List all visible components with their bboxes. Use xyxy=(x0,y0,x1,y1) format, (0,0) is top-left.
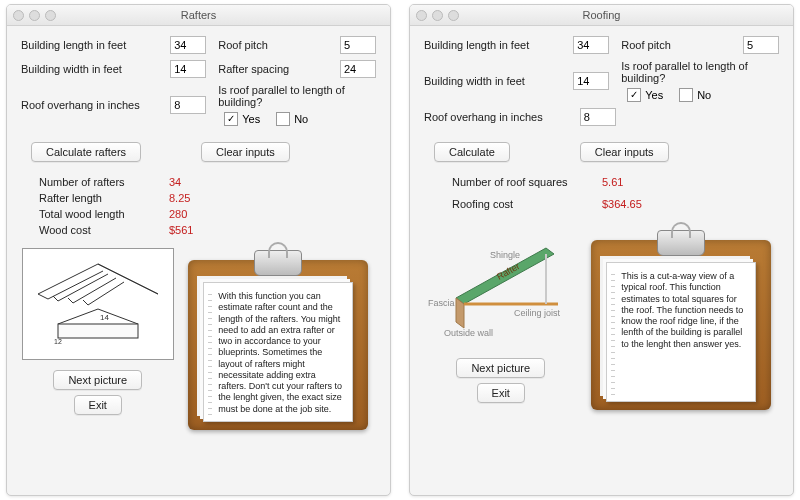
yes-label: Yes xyxy=(645,89,663,101)
clipboard: With this function you can estimate raft… xyxy=(188,260,368,430)
rafter-diagram: 14 12 xyxy=(22,248,174,360)
clipboard: This is a cut-a-way view of a typical ro… xyxy=(591,240,771,410)
traffic-lights xyxy=(13,10,56,21)
pitch-input[interactable] xyxy=(340,36,376,54)
no-checkbox[interactable]: No xyxy=(679,88,711,102)
roofing-window: Roofing Building length in feet Roof pit… xyxy=(409,4,794,496)
result-value: 34 xyxy=(169,176,181,188)
clear-button[interactable]: Clear inputs xyxy=(201,142,290,162)
checkbox-icon xyxy=(679,88,693,102)
svg-marker-12 xyxy=(456,298,464,328)
parallel-question: Is roof parallel to length of building? xyxy=(621,60,779,84)
titlebar[interactable]: Roofing xyxy=(410,5,793,26)
window-title: Rafters xyxy=(7,9,390,21)
building-length-label: Building length in feet xyxy=(424,39,573,51)
no-label: No xyxy=(697,89,711,101)
content-area: Building length in feet Roof pitch Build… xyxy=(410,26,793,495)
roofing-diagram: Shingle Rafter Ceiling joist Fascia Outs… xyxy=(426,228,576,348)
overhang-input[interactable] xyxy=(170,96,206,114)
svg-text:Shingle: Shingle xyxy=(490,250,520,260)
clear-button[interactable]: Clear inputs xyxy=(580,142,669,162)
building-width-input[interactable] xyxy=(573,72,609,90)
clipboard-text: This is a cut-a-way view of a typical ro… xyxy=(606,262,756,402)
result-label: Total wood length xyxy=(39,208,169,220)
titlebar[interactable]: Rafters xyxy=(7,5,390,26)
dim-label: 14 xyxy=(100,313,109,322)
content-area: Building length in feet Roof pitch Build… xyxy=(7,26,390,495)
svg-line-4 xyxy=(68,298,73,303)
traffic-lights xyxy=(416,10,459,21)
result-label: Number of roof squares xyxy=(452,176,602,188)
building-width-input[interactable] xyxy=(170,60,206,78)
result-label: Number of rafters xyxy=(39,176,169,188)
svg-text:Outside wall: Outside wall xyxy=(444,328,493,338)
result-value: 5.61 xyxy=(602,176,623,188)
checkbox-icon: ✓ xyxy=(224,112,238,126)
exit-button[interactable]: Exit xyxy=(74,395,122,415)
results-block: Number of rafters34 Rafter length8.25 To… xyxy=(39,176,376,240)
dim-label: 12 xyxy=(54,338,62,345)
svg-rect-9 xyxy=(58,324,138,338)
minimize-icon[interactable] xyxy=(432,10,443,21)
pitch-label: Roof pitch xyxy=(621,39,743,51)
calculate-button[interactable]: Calculate rafters xyxy=(31,142,141,162)
result-label: Roofing cost xyxy=(452,198,602,210)
spacing-input[interactable] xyxy=(340,60,376,78)
svg-text:Fascia: Fascia xyxy=(428,298,455,308)
parallel-question: Is roof parallel to length of building? xyxy=(218,84,376,108)
checkbox-icon: ✓ xyxy=(627,88,641,102)
yes-checkbox[interactable]: ✓ Yes xyxy=(627,88,663,102)
results-block: Number of roof squares5.61 Roofing cost$… xyxy=(452,176,779,214)
checkbox-icon xyxy=(276,112,290,126)
clipboard-clip-icon xyxy=(254,250,302,276)
yes-label: Yes xyxy=(242,113,260,125)
next-picture-button[interactable]: Next picture xyxy=(456,358,545,378)
next-picture-button[interactable]: Next picture xyxy=(53,370,142,390)
result-value: $364.65 xyxy=(602,198,642,210)
zoom-icon[interactable] xyxy=(448,10,459,21)
zoom-icon[interactable] xyxy=(45,10,56,21)
svg-line-2 xyxy=(53,296,58,301)
result-label: Rafter length xyxy=(39,192,169,204)
clipboard-text: With this function you can estimate raft… xyxy=(203,282,353,422)
pitch-input[interactable] xyxy=(743,36,779,54)
no-checkbox[interactable]: No xyxy=(276,112,308,126)
building-length-input[interactable] xyxy=(170,36,206,54)
overhang-input[interactable] xyxy=(580,108,616,126)
svg-line-7 xyxy=(88,282,124,305)
result-value: 280 xyxy=(169,208,187,220)
calculate-button[interactable]: Calculate xyxy=(434,142,510,162)
svg-text:Ceiling joist: Ceiling joist xyxy=(514,308,561,318)
exit-button[interactable]: Exit xyxy=(477,383,525,403)
building-width-label: Building width in feet xyxy=(21,63,170,75)
close-icon[interactable] xyxy=(416,10,427,21)
minimize-icon[interactable] xyxy=(29,10,40,21)
overhang-label: Roof overhang in inches xyxy=(424,111,580,123)
svg-line-0 xyxy=(38,294,48,299)
result-value: 8.25 xyxy=(169,192,190,204)
spacing-label: Rafter spacing xyxy=(218,63,340,75)
no-label: No xyxy=(294,113,308,125)
clipboard-clip-icon xyxy=(657,230,705,256)
svg-line-6 xyxy=(83,300,88,305)
building-width-label: Building width in feet xyxy=(424,75,573,87)
result-value: $561 xyxy=(169,224,193,236)
rafters-window: Rafters Building length in feet Roof pit… xyxy=(6,4,391,496)
yes-checkbox[interactable]: ✓ Yes xyxy=(224,112,260,126)
building-length-label: Building length in feet xyxy=(21,39,170,51)
close-icon[interactable] xyxy=(13,10,24,21)
result-label: Wood cost xyxy=(39,224,169,236)
window-title: Roofing xyxy=(410,9,793,21)
overhang-label: Roof overhang in inches xyxy=(21,99,170,111)
building-length-input[interactable] xyxy=(573,36,609,54)
pitch-label: Roof pitch xyxy=(218,39,340,51)
svg-line-8 xyxy=(98,264,158,294)
